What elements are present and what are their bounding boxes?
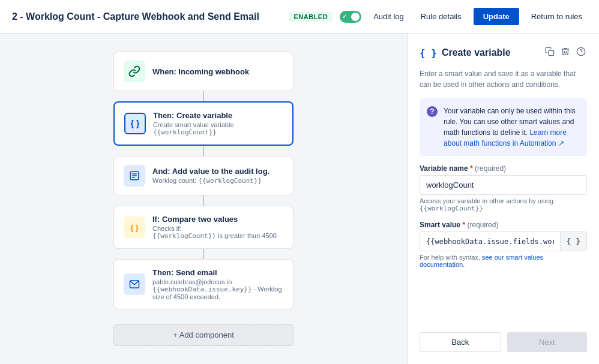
info-text: Your variable can only be used within th… (444, 106, 580, 149)
smart-value-required: * (462, 221, 465, 229)
toggle-check: ✓ (342, 13, 347, 20)
webhook-icon (124, 61, 145, 82)
webhook-title: When: Incoming webhook (152, 67, 249, 76)
rule-details-button[interactable]: Rule details (416, 8, 466, 25)
variable-name-label: Variable name * (required) (420, 164, 587, 173)
flow-node-email[interactable]: Then: Send email pablo.culebras@jodocus.… (113, 259, 293, 309)
syntax-hint: For help with syntax, see our smart valu… (420, 254, 587, 268)
connector-3 (203, 195, 204, 206)
email-icon (124, 273, 145, 295)
flow-node-compare[interactable]: { } If: Compare two values Checks if: {{… (113, 206, 293, 249)
smart-value-input[interactable] (420, 233, 560, 251)
page-header: 2 - Worklog Count - Capture Webhook and … (0, 0, 599, 34)
flow-node-webhook[interactable]: When: Incoming webhook (113, 52, 293, 91)
audit-subtitle: Worklog count: {{worklogCount}} (152, 177, 269, 185)
compare-icon: { } (124, 216, 145, 238)
compare-subtitle: Checks if: {{worklogCount}} is greater t… (152, 225, 277, 240)
smart-value-hint: (required) (467, 221, 498, 229)
compare-content: If: Compare two values Checks if: {{work… (152, 215, 277, 240)
connector-4 (203, 249, 204, 259)
flow-node-create-variable[interactable]: { } Then: Create variable Create smart v… (113, 101, 293, 146)
variable-name-input[interactable] (420, 175, 587, 195)
panel-title: Create variable (442, 47, 539, 58)
variable-name-hint: (required) (475, 164, 506, 173)
connector-2 (203, 146, 204, 156)
panel-copy-button[interactable] (544, 46, 556, 60)
panel-header-icon: { } (420, 47, 437, 59)
smart-value-label: Smart value * (required) (420, 221, 587, 229)
return-to-rules-button[interactable]: Return to rules (526, 8, 587, 25)
email-title: Then: Send email (152, 268, 283, 277)
audit-content: And: Add value to the audit log. Worklog… (152, 167, 269, 185)
info-icon: ? (427, 106, 438, 117)
smart-value-row: { } (420, 231, 587, 251)
right-panel: { } Create variable (407, 34, 599, 364)
panel-footer: Back Next (420, 326, 587, 352)
panel-help-button[interactable] (575, 46, 587, 60)
smart-value-field: Smart value * (required) { } For help wi… (420, 221, 587, 268)
panel-header: { } Create variable (420, 46, 587, 60)
page-title: 2 - Worklog Count - Capture Webhook and … (12, 11, 281, 22)
compare-title: If: Compare two values (152, 215, 277, 224)
panel-delete-button[interactable] (559, 46, 571, 60)
variable-subtitle: Create smart value variable {{worklogCou… (153, 121, 234, 136)
flow-node-audit-log[interactable]: And: Add value to the audit log. Worklog… (113, 156, 293, 195)
update-button[interactable]: Update (474, 8, 519, 25)
panel-actions (544, 46, 587, 60)
add-component-button[interactable]: + Add component (113, 324, 293, 346)
main-layout: When: Incoming webhook { } Then: Create … (0, 34, 599, 364)
email-subtitle: pablo.culebras@jodocus.io {{webhookData.… (152, 278, 283, 300)
back-button[interactable]: Back (420, 332, 501, 352)
variable-title: Then: Create variable (153, 111, 234, 120)
email-content: Then: Send email pablo.culebras@jodocus.… (152, 268, 283, 300)
audit-title: And: Add value to the audit log. (152, 167, 269, 176)
smart-value-insert-button[interactable]: { } (560, 232, 586, 251)
audit-log-button[interactable]: Audit log (369, 8, 409, 25)
enabled-badge: ENABLED (289, 12, 333, 22)
svg-rect-5 (549, 50, 554, 56)
variable-name-access-hint: Access your variable in other actions by… (420, 197, 587, 212)
info-box: ? Your variable can only be used within … (420, 98, 587, 156)
flow-area: When: Incoming webhook { } Then: Create … (0, 34, 407, 364)
variable-name-required: * (470, 164, 473, 173)
variable-icon: { } (124, 113, 146, 134)
enable-toggle[interactable]: ✓ (340, 11, 361, 23)
panel-description: Enter a smart value and save it as a var… (420, 68, 587, 90)
webhook-content: When: Incoming webhook (152, 67, 249, 76)
connector-1 (203, 91, 204, 101)
next-button: Next (507, 332, 588, 352)
variable-content: Then: Create variable Create smart value… (153, 111, 234, 136)
variable-name-field: Variable name * (required) Access your v… (420, 164, 587, 212)
audit-icon (124, 165, 145, 186)
